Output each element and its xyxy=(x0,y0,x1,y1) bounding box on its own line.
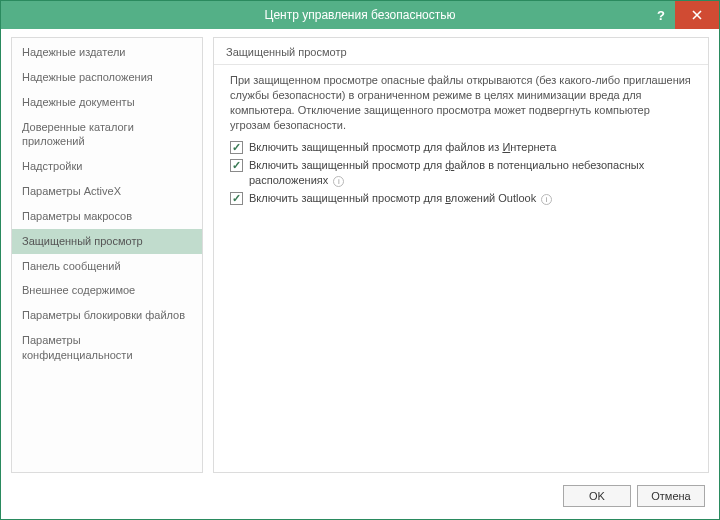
sidebar-item-external-content[interactable]: Внешнее содержимое xyxy=(12,278,202,303)
section-description: При защищенном просмотре опасные файлы о… xyxy=(230,73,692,132)
window-controls: ? xyxy=(647,1,719,29)
cancel-button[interactable]: Отмена xyxy=(637,485,705,507)
option-internet-files[interactable]: Включить защищенный просмотр для файлов … xyxy=(230,140,692,155)
sidebar-item-protected-view[interactable]: Защищенный просмотр xyxy=(12,229,202,254)
dialog-body: Надежные издатели Надежные расположения … xyxy=(1,29,719,519)
sidebar-item-trusted-app-catalogs[interactable]: Доверенные каталоги приложений xyxy=(12,115,202,155)
sidebar-item-message-bar[interactable]: Панель сообщений xyxy=(12,254,202,279)
help-icon[interactable]: ? xyxy=(647,1,675,29)
section-title: Защищенный просмотр xyxy=(214,38,708,65)
ok-button[interactable]: OK xyxy=(563,485,631,507)
content-pane: Защищенный просмотр При защищенном просм… xyxy=(213,37,709,473)
sidebar-item-trusted-publishers[interactable]: Надежные издатели xyxy=(12,40,202,65)
option-label: Включить защищенный просмотр для файлов … xyxy=(249,158,692,188)
sidebar-item-trusted-locations[interactable]: Надежные расположения xyxy=(12,65,202,90)
checkbox-icon[interactable] xyxy=(230,141,243,154)
sidebar-item-privacy[interactable]: Параметры конфиденциальности xyxy=(12,328,202,368)
option-label: Включить защищенный просмотр для файлов … xyxy=(249,140,556,155)
footer: OK Отмена xyxy=(11,479,709,513)
info-icon[interactable]: i xyxy=(541,194,552,205)
dialog-window: Центр управления безопасностью ? Надежны… xyxy=(0,0,720,520)
columns: Надежные издатели Надежные расположения … xyxy=(11,37,709,473)
option-outlook-attachments[interactable]: Включить защищенный просмотр для вложени… xyxy=(230,191,692,206)
sidebar: Надежные издатели Надежные расположения … xyxy=(11,37,203,473)
info-icon[interactable]: i xyxy=(333,176,344,187)
section-body: При защищенном просмотре опасные файлы о… xyxy=(214,73,708,209)
checkbox-icon[interactable] xyxy=(230,192,243,205)
sidebar-item-file-block[interactable]: Параметры блокировки файлов xyxy=(12,303,202,328)
close-icon[interactable] xyxy=(675,1,719,29)
checkbox-icon[interactable] xyxy=(230,159,243,172)
sidebar-item-activex[interactable]: Параметры ActiveX xyxy=(12,179,202,204)
sidebar-item-trusted-documents[interactable]: Надежные документы xyxy=(12,90,202,115)
sidebar-item-macros[interactable]: Параметры макросов xyxy=(12,204,202,229)
option-unsafe-locations[interactable]: Включить защищенный просмотр для файлов … xyxy=(230,158,692,188)
titlebar: Центр управления безопасностью ? xyxy=(1,1,719,29)
window-title: Центр управления безопасностью xyxy=(1,8,719,22)
option-label: Включить защищенный просмотр для вложени… xyxy=(249,191,552,206)
sidebar-item-addins[interactable]: Надстройки xyxy=(12,154,202,179)
